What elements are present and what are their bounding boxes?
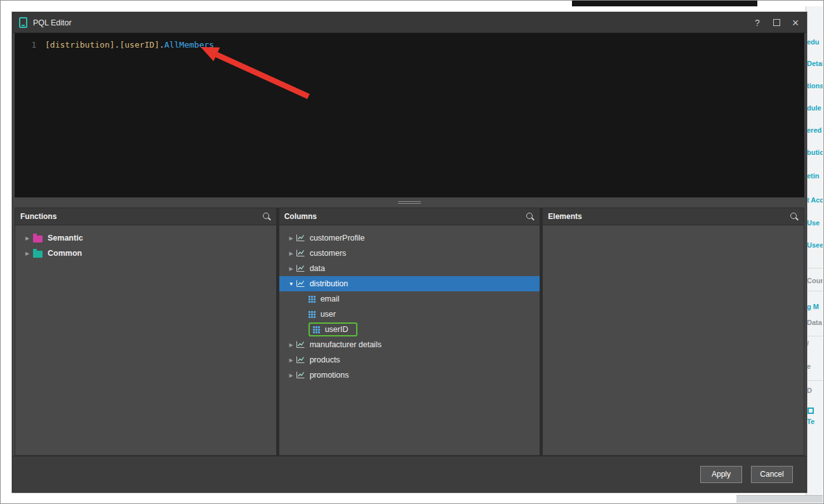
background-app-icon — [807, 408, 814, 414]
tree-item-label: Semantic — [48, 234, 83, 242]
hierarchy-icon — [296, 371, 305, 379]
tree-item-label: user — [321, 310, 336, 319]
panel-title: Columns — [284, 212, 526, 221]
tree-item-customerprofile[interactable]: customerProfile — [279, 230, 540, 246]
tree-item-distribution[interactable]: distribution — [279, 276, 540, 291]
clipped-label: D — [807, 387, 812, 394]
cancel-button[interactable]: Cancel — [751, 466, 793, 483]
clipped-label: e — [807, 362, 811, 370]
elements-panel-header: Elements — [543, 208, 804, 225]
tree-item-label: Common — [48, 249, 82, 258]
clipped-label: edu — [807, 38, 820, 46]
divider — [806, 336, 823, 336]
clipped-label: Coun — [807, 277, 823, 284]
tree-item-label: distribution — [310, 279, 348, 288]
folder-icon — [33, 251, 43, 258]
hierarchy-icon — [296, 356, 305, 364]
clipped-label: / — [807, 340, 809, 347]
clipped-label: Detail — [807, 60, 823, 67]
code-token: [distribution] — [45, 40, 115, 50]
clipped-label: Use — [807, 219, 820, 227]
hierarchy-icon — [296, 249, 305, 257]
folder-icon — [33, 235, 43, 242]
editor-panels-gap — [13, 197, 806, 208]
expand-arrow-icon[interactable] — [23, 235, 32, 241]
panel-title: Functions — [20, 212, 262, 221]
hierarchy-icon — [296, 234, 305, 242]
clipped-label: etin — [807, 172, 820, 180]
expand-arrow-icon[interactable] — [287, 235, 296, 241]
screenshot-root: edu Detail tions dule ered bution etin t… — [0, 0, 824, 504]
collapse-arrow-icon[interactable] — [287, 281, 296, 287]
expand-arrow-icon[interactable] — [287, 357, 296, 363]
line-number: 1 — [15, 39, 36, 51]
annotation-highlight-box: userID — [309, 322, 357, 336]
elements-panel: Elements — [542, 208, 804, 456]
tree-item-label: customerProfile — [310, 234, 365, 242]
functions-panel: Functions Semantic Common — [15, 208, 277, 456]
search-icon[interactable] — [790, 212, 799, 221]
clipped-label: ered — [807, 126, 821, 134]
tree-item-products[interactable]: products — [279, 352, 540, 368]
expand-arrow-icon[interactable] — [287, 266, 296, 272]
tree-item-email[interactable]: email — [279, 291, 540, 307]
expand-arrow-icon[interactable] — [287, 373, 296, 378]
search-icon[interactable] — [526, 212, 535, 221]
pql-editor-dialog: PQL Editor ? × 1 [distribution].[userID]… — [12, 12, 807, 493]
clipped-label: tions — [807, 82, 823, 90]
dialog-titlebar[interactable]: PQL Editor ? × — [13, 13, 806, 33]
apply-button[interactable]: Apply — [700, 466, 742, 483]
code-token: AllMembers — [164, 40, 214, 50]
splitter-handle[interactable] — [398, 200, 421, 205]
columns-panel: Columns customerProfile customers — [279, 208, 541, 456]
clipped-label: t Acc — [807, 196, 823, 204]
functions-panel-header: Functions — [15, 208, 276, 225]
divider — [806, 291, 823, 291]
columns-panel-header: Columns — [279, 208, 540, 225]
clipped-label: bution — [807, 149, 823, 156]
pql-code-editor[interactable]: 1 [distribution].[userID].AllMembers — [15, 33, 804, 197]
column-grid-icon — [313, 326, 320, 333]
maximize-icon — [773, 19, 780, 26]
background-scrollbar — [736, 495, 823, 503]
tree-item-label: email — [321, 295, 340, 303]
expand-arrow-icon[interactable] — [287, 342, 296, 348]
hierarchy-icon — [296, 265, 305, 272]
help-button[interactable]: ? — [753, 18, 762, 28]
search-icon[interactable] — [262, 212, 271, 221]
pql-editor-icon — [19, 17, 27, 28]
background-window-bar — [572, 1, 757, 6]
dialog-title: PQL Editor — [33, 18, 72, 27]
background-app-strip: edu Detail tions dule ered bution etin t… — [806, 6, 823, 503]
tree-item-user[interactable]: user — [279, 307, 540, 322]
close-button[interactable]: × — [791, 17, 800, 29]
hierarchy-icon — [296, 341, 305, 348]
tree-item-customers[interactable]: customers — [279, 246, 540, 261]
columns-tree: customerProfile customers data — [279, 225, 540, 455]
clipped-label: g M — [807, 303, 819, 310]
tree-item-label: userID — [325, 325, 349, 334]
functions-tree: Semantic Common — [15, 225, 276, 455]
expand-arrow-icon[interactable] — [23, 251, 32, 256]
code-text: [distribution].[userID].AllMembers — [45, 39, 214, 51]
tree-item-manufacturer-details[interactable]: manufacturer details — [279, 337, 540, 352]
tree-item-label: products — [310, 355, 340, 364]
clipped-label: Data — [807, 319, 822, 326]
tree-item-common[interactable]: Common — [15, 246, 276, 261]
column-grid-icon — [309, 296, 316, 303]
code-line: 1 [distribution].[userID].AllMembers — [15, 33, 804, 51]
maximize-button[interactable] — [772, 19, 781, 26]
tree-item-semantic[interactable]: Semantic — [15, 230, 276, 246]
tree-item-data[interactable]: data — [279, 261, 540, 276]
divider — [806, 380, 823, 381]
tree-item-label: data — [310, 264, 325, 273]
tree-item-promotions[interactable]: promotions — [279, 368, 540, 383]
clipped-label: dule — [807, 104, 821, 112]
dialog-footer: Apply Cancel — [13, 456, 806, 492]
code-token: . — [159, 40, 164, 50]
divider — [806, 268, 823, 269]
expand-arrow-icon[interactable] — [287, 251, 296, 256]
elements-tree — [543, 225, 804, 455]
panels-row: Functions Semantic Common — [15, 208, 804, 456]
tree-item-userid[interactable]: userID — [279, 322, 540, 337]
